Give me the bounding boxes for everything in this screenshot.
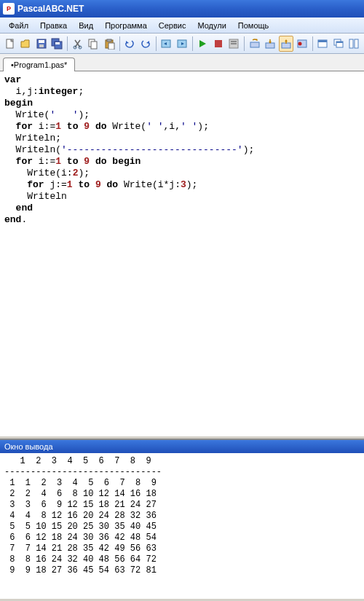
code-text	[61, 156, 67, 167]
code-text: );	[243, 144, 255, 155]
toolbar-separator	[192, 36, 193, 51]
code-text: end	[16, 203, 33, 213]
code-text: );	[197, 121, 209, 132]
code-text: Writeln	[4, 191, 67, 202]
svg-rect-3	[39, 44, 44, 47]
code-text: begin	[4, 98, 33, 109]
code-text: do	[95, 121, 107, 132]
menu-modules[interactable]: Модули	[191, 20, 232, 31]
code-text: end	[4, 214, 21, 225]
code-text: 9	[95, 179, 101, 190]
toolbar-separator	[156, 36, 157, 51]
nav-back-icon[interactable]	[159, 36, 174, 52]
menu-edit[interactable]: Правка	[34, 20, 73, 31]
run-icon[interactable]	[196, 36, 210, 52]
svg-rect-30	[349, 39, 353, 48]
code-text: 9	[84, 156, 90, 167]
code-text: i,j:	[4, 86, 39, 97]
save-all-icon[interactable]	[50, 36, 65, 52]
title-bar: P PascalABC.NET	[0, 0, 364, 17]
code-text: for	[16, 156, 33, 167]
app-title: PascalABC.NET	[17, 4, 84, 14]
code-text: to	[78, 179, 90, 190]
step-out-icon[interactable]	[279, 36, 293, 52]
output-panel: Окно вывода 1 2 3 4 5 6 7 8 9 ----------…	[0, 439, 364, 599]
code-text	[90, 179, 95, 190]
code-text: j:=	[44, 179, 67, 190]
code-text: for	[27, 179, 44, 190]
code-text: i:=	[33, 156, 55, 167]
nav-forward-icon[interactable]	[175, 36, 189, 52]
toolbar-separator	[67, 36, 68, 51]
toolbar-separator	[244, 36, 245, 51]
menu-help[interactable]: Помощь	[232, 20, 275, 31]
code-text	[4, 203, 16, 213]
svg-rect-20	[250, 42, 259, 47]
new-file-icon[interactable]	[3, 36, 17, 52]
svg-rect-10	[91, 42, 97, 49]
step-over-icon[interactable]	[248, 36, 262, 52]
code-text: 3	[181, 179, 186, 190]
svg-rect-2	[39, 40, 44, 43]
output-title: Окно вывода	[0, 440, 364, 453]
save-icon[interactable]	[34, 36, 49, 52]
step-into-icon[interactable]	[264, 36, 278, 52]
svg-rect-29	[336, 42, 343, 43]
tile-icon[interactable]	[347, 36, 362, 52]
svg-rect-21	[266, 43, 274, 48]
menu-service[interactable]: Сервис	[153, 20, 192, 31]
code-text: Writeln;	[4, 133, 61, 144]
tab-bar: •Program1.pas*	[0, 54, 364, 71]
code-editor[interactable]: var i,j:integer; begin Write(' '); for i…	[0, 71, 364, 436]
svg-rect-26	[318, 40, 327, 42]
breakpoint-icon[interactable]	[295, 36, 309, 52]
code-text: do	[107, 179, 119, 190]
code-text: ' '	[146, 121, 163, 132]
copy-icon[interactable]	[87, 36, 101, 52]
cut-icon[interactable]	[71, 36, 85, 52]
open-file-icon[interactable]	[19, 36, 33, 52]
code-text	[4, 179, 27, 190]
code-text: ,i,	[164, 121, 181, 132]
menu-file[interactable]: Файл	[3, 20, 34, 31]
compile-icon[interactable]	[227, 36, 242, 52]
stop-icon[interactable]	[211, 36, 226, 52]
code-text: to	[67, 156, 79, 167]
code-text: 1	[55, 121, 61, 132]
paste-icon[interactable]	[102, 36, 116, 52]
code-text: for	[16, 121, 33, 132]
code-text: );	[78, 109, 90, 120]
redo-icon[interactable]	[138, 36, 153, 52]
toolbar-separator	[312, 36, 313, 51]
code-text: ;	[78, 86, 84, 97]
code-text: );	[78, 168, 90, 178]
tab-program1[interactable]: •Program1.pas*	[3, 58, 75, 71]
code-text	[4, 121, 16, 132]
code-text	[4, 156, 16, 167]
code-text: Write(	[107, 121, 147, 132]
code-text: Writeln(	[4, 144, 61, 155]
svg-rect-31	[355, 39, 358, 48]
code-text: begin	[112, 156, 141, 167]
svg-rect-12	[107, 39, 111, 42]
code-text: ' '	[50, 109, 78, 120]
code-text	[90, 121, 95, 132]
output-text[interactable]: 1 2 3 4 5 6 7 8 9 ----------------------…	[0, 453, 364, 599]
svg-rect-16	[215, 40, 222, 47]
toolbar-separator	[119, 36, 120, 51]
app-icon: P	[3, 3, 15, 15]
menu-view[interactable]: Вид	[73, 20, 99, 31]
code-text: Write(i:	[4, 168, 73, 178]
code-text: 9	[84, 121, 90, 132]
undo-icon[interactable]	[123, 36, 138, 52]
cascade-icon[interactable]	[331, 36, 346, 52]
code-text: Write(i*j:	[118, 179, 181, 190]
code-text: '------------------------------'	[61, 144, 243, 155]
svg-rect-18	[231, 41, 237, 42]
svg-rect-22	[282, 43, 290, 48]
window-icon[interactable]	[315, 36, 330, 52]
code-text: to	[67, 121, 79, 132]
code-text: );	[186, 179, 198, 190]
menu-program[interactable]: Программа	[99, 20, 153, 31]
code-text	[90, 156, 95, 167]
